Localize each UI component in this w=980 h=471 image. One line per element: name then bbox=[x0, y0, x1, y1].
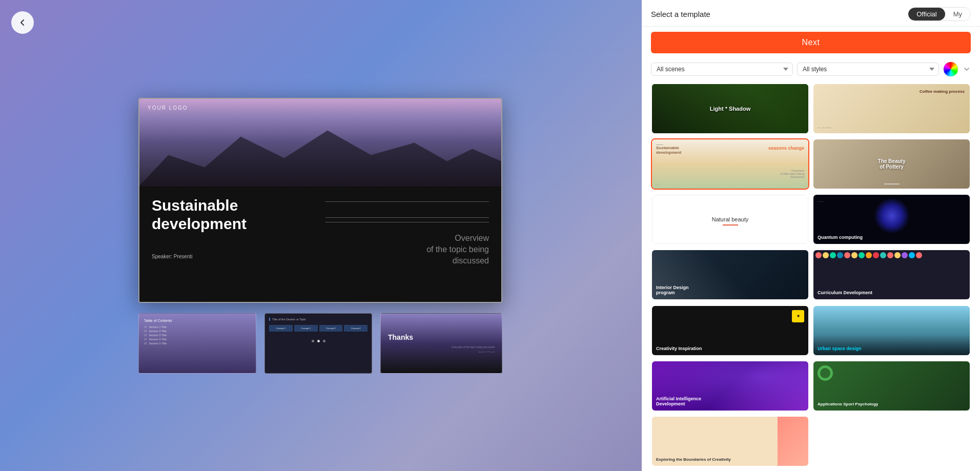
thumb-content[interactable]: Title of the Section or Topic Concept 1 … bbox=[264, 313, 372, 374]
template-panel: Select a template Official My Next All s… bbox=[642, 0, 980, 471]
color-picker[interactable] bbox=[943, 62, 958, 77]
thumb-toc-item: 01 Section 1 Title bbox=[144, 325, 251, 329]
template-label-urban: Urban space design bbox=[818, 346, 862, 351]
thumb-toc-item: 05 Section 5 Title bbox=[144, 342, 251, 345]
template-label-ai: Artificial IntelligenceDevelopment bbox=[656, 396, 701, 406]
styles-filter[interactable]: All styles Dark Light Colorful bbox=[797, 63, 939, 76]
template-card-curriculum[interactable]: Curriculum Development bbox=[812, 249, 971, 300]
template-label-curriculum: Curriculum Development bbox=[818, 290, 872, 295]
template-label-sport: Applications Sport Psychology bbox=[818, 402, 878, 406]
slide-content: Sustainable development Speaker: Present… bbox=[139, 186, 501, 303]
template-card-sport[interactable]: Applications Sport Psychology bbox=[812, 360, 971, 412]
thumb-toc-item: 03 Section 3 Title bbox=[144, 334, 251, 337]
panel-header: Select a template Official My bbox=[642, 0, 980, 27]
slide-title: Sustainable development bbox=[152, 196, 315, 233]
templates-grid: Light * Shadow Coffee making process — —… bbox=[642, 80, 980, 471]
scenes-filter[interactable]: All scenes Title Content Thanks bbox=[651, 63, 793, 76]
template-card-light-shadow[interactable]: Light * Shadow bbox=[651, 83, 809, 134]
thumb-content-title: Title of the Section or Topic bbox=[269, 318, 368, 321]
thumb-toc-title: Table of Contents bbox=[144, 319, 251, 322]
thumb-toc[interactable]: Table of Contents 01 Section 1 Title 02 … bbox=[138, 313, 256, 374]
slide-speaker: Speaker: Presenti bbox=[152, 254, 315, 259]
back-button[interactable] bbox=[11, 11, 34, 34]
main-area: YOUR LOGO Sustainable development Speake… bbox=[0, 0, 641, 471]
template-card-creativity[interactable]: ★ Creativity Inspiration bbox=[651, 305, 809, 356]
template-card-ai[interactable]: Artificial IntelligenceDevelopment bbox=[651, 360, 809, 412]
thumb-toc-item: 04 Section 4 Title bbox=[144, 338, 251, 341]
panel-title: Select a template bbox=[651, 10, 710, 18]
template-card-coffee[interactable]: Coffee making process — — —— bbox=[812, 83, 971, 134]
template-label-pottery: The Beautyof Pottery bbox=[878, 158, 906, 170]
template-card-quantum[interactable]: —— Quantum computing bbox=[812, 194, 971, 245]
template-label-interior: Interior Designprogram bbox=[656, 285, 689, 295]
tab-official[interactable]: Official bbox=[908, 8, 945, 21]
thumb-thanks-title: Thanks bbox=[388, 333, 495, 341]
template-label-creativity: Creativity Inspiration bbox=[656, 346, 702, 351]
slide-thumbnails: Table of Contents 01 Section 1 Title 02 … bbox=[138, 313, 502, 374]
thumb-thanks[interactable]: Thanks Overview of the topic being discu… bbox=[380, 313, 502, 374]
template-card-interior[interactable]: Interior Designprogram bbox=[651, 249, 809, 300]
template-label-natural: Natural beauty bbox=[712, 216, 749, 222]
template-card-urban[interactable]: Urban space design bbox=[812, 305, 971, 356]
tab-group: Official My bbox=[908, 7, 971, 21]
main-slide: YOUR LOGO Sustainable development Speake… bbox=[138, 98, 502, 303]
template-label-seasons-sub: Sustainabledevelopment bbox=[656, 146, 681, 155]
chevron-down-icon bbox=[963, 65, 971, 73]
slide-overview: Overviewof the topic beingdiscussed bbox=[325, 233, 489, 267]
template-label-light-shadow: Light * Shadow bbox=[710, 106, 750, 112]
template-label-coffee: Coffee making process bbox=[920, 89, 965, 94]
template-card-pottery[interactable]: The Beautyof Pottery bbox=[812, 138, 971, 190]
slide-hero-image: YOUR LOGO bbox=[139, 99, 501, 186]
template-label-quantum: Quantum computing bbox=[818, 235, 863, 240]
template-card-exploring[interactable]: Exploring the Boundaries of Creativity bbox=[651, 416, 809, 467]
next-button[interactable]: Next bbox=[651, 32, 971, 53]
slide-overview-block: Overviewof the topic beingdiscussed bbox=[325, 196, 489, 267]
thumb-thanks-overview: Overview of the topic being discussed bbox=[388, 345, 495, 349]
filter-row: All scenes Title Content Thanks All styl… bbox=[642, 58, 980, 80]
tab-my[interactable]: My bbox=[945, 8, 970, 21]
slide-logo: YOUR LOGO bbox=[148, 105, 188, 111]
template-card-seasons[interactable]: —— Sustainabledevelopment Overviewof tit… bbox=[651, 138, 809, 190]
thumb-toc-item: 02 Section 2 Title bbox=[144, 330, 251, 333]
template-label-seasons: seasons change bbox=[768, 142, 804, 152]
slide-title-block: Sustainable development Speaker: Present… bbox=[152, 196, 315, 259]
template-label-exploring: Exploring the Boundaries of Creativity bbox=[656, 457, 731, 462]
template-card-natural[interactable]: Natural beauty bbox=[651, 194, 809, 245]
